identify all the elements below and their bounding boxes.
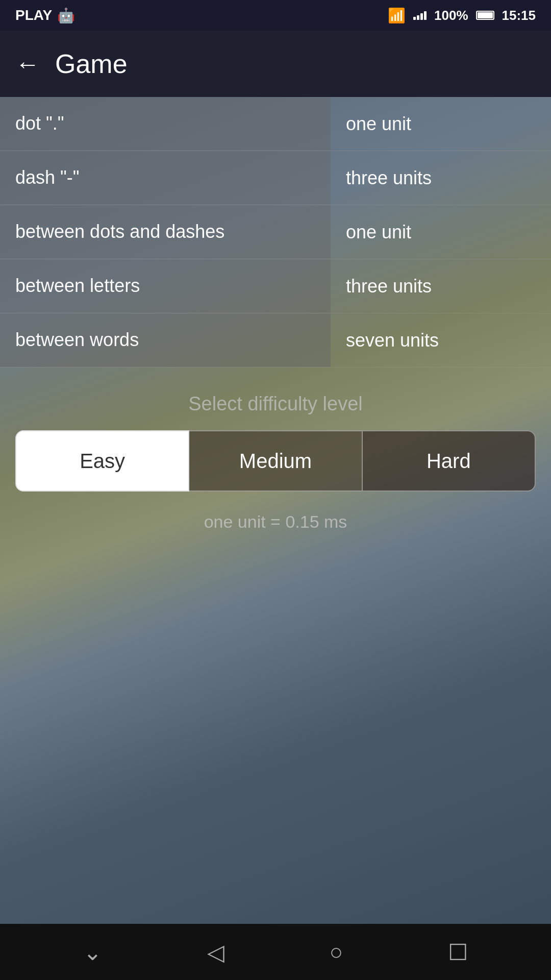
row-value-cell: one unit (331, 97, 551, 151)
battery-percentage: 100% (434, 8, 468, 23)
status-bar: PLAY 🤖 📶 100% 15:15 (0, 0, 551, 31)
hard-button[interactable]: Hard (362, 430, 536, 492)
nav-recents-icon[interactable]: ☐ (448, 939, 468, 965)
header: ← Game (0, 31, 551, 97)
row-value: one unit (346, 113, 411, 135)
nav-chevron-down-icon[interactable]: ⌄ (83, 939, 102, 965)
row-value: three units (346, 276, 432, 297)
easy-button[interactable]: Easy (15, 430, 189, 492)
morse-table: dot "." one unit dash "-" three units be… (0, 97, 551, 368)
row-value-cell: one unit (331, 205, 551, 259)
row-label-cell: dash "-" (0, 151, 331, 205)
nav-home-icon[interactable]: ○ (330, 939, 343, 965)
row-label: between dots and dashes (15, 221, 224, 242)
row-value-cell: three units (331, 151, 551, 205)
row-value-cell: seven units (331, 313, 551, 367)
table-row: between letters three units (0, 259, 551, 313)
difficulty-buttons: Easy Medium Hard (15, 430, 536, 492)
row-label: between words (15, 329, 139, 351)
difficulty-section: Select difficulty level Easy Medium Hard… (0, 368, 551, 547)
row-value-cell: three units (331, 259, 551, 313)
app-icon: 🤖 (57, 7, 75, 24)
nav-back-icon[interactable]: ◁ (207, 939, 224, 965)
row-value: seven units (346, 330, 439, 351)
main-content: dot "." one unit dash "-" three units be… (0, 97, 551, 980)
row-label: dash "-" (15, 167, 80, 188)
table-row: between dots and dashes one unit (0, 205, 551, 259)
row-label: between letters (15, 275, 140, 297)
row-label-cell: between dots and dashes (0, 205, 331, 259)
difficulty-label: Select difficulty level (188, 393, 362, 415)
status-time: 15:15 (502, 8, 536, 23)
wifi-icon: 📶 (388, 7, 406, 24)
table-row: dash "-" three units (0, 151, 551, 205)
row-label: dot "." (15, 113, 64, 134)
row-label-cell: between words (0, 313, 331, 367)
unit-info: one unit = 0.15 ms (204, 512, 347, 532)
row-value: three units (346, 167, 432, 189)
row-value: one unit (346, 222, 411, 243)
app-name: PLAY (15, 7, 52, 23)
signal-icon (413, 8, 427, 23)
battery-icon (476, 11, 494, 20)
table-row: between words seven units (0, 313, 551, 368)
table-row: dot "." one unit (0, 97, 551, 151)
row-label-cell: between letters (0, 259, 331, 313)
nav-bar: ⌄ ◁ ○ ☐ (0, 924, 551, 980)
medium-button[interactable]: Medium (189, 430, 361, 492)
page-title: Game (55, 48, 128, 79)
status-right: 📶 100% 15:15 (388, 7, 536, 24)
back-button[interactable]: ← (15, 50, 40, 78)
status-left: PLAY 🤖 (15, 7, 75, 24)
row-label-cell: dot "." (0, 97, 331, 151)
